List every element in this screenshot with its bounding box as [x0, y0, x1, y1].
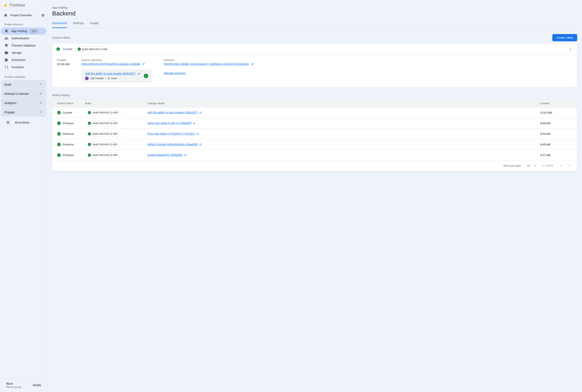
- row-created: 9:58 AM: [540, 122, 572, 125]
- col-build: Build: [85, 102, 147, 105]
- build-pill[interactable]: build-2024-05-11-000: [85, 152, 120, 158]
- sidebar-item-authentication[interactable]: Authentication: [1, 35, 46, 42]
- rocket-icon: [4, 29, 9, 33]
- breadcrumb: App Hosting: [52, 6, 577, 9]
- status-check-icon: [57, 153, 61, 157]
- change-link[interactable]: Install AngularFire (f04a06b): [147, 153, 183, 156]
- external-link-icon: [199, 143, 202, 146]
- external-link-icon: [251, 63, 254, 66]
- external-link-icon: [137, 72, 140, 75]
- status-check-icon: [88, 132, 91, 136]
- plan-sub: Pay as you go: [6, 386, 21, 388]
- next-page-button[interactable]: [567, 163, 572, 168]
- status-check-icon: [57, 132, 61, 136]
- table-row[interactable]: Previousbuild-2024-05-11-002Post new cha…: [52, 128, 577, 139]
- chevron-down-icon: [39, 110, 43, 114]
- row-created: 9:49 AM: [540, 143, 572, 146]
- chevron-down-icon: [39, 101, 43, 105]
- status-check-icon: [88, 122, 91, 125]
- col-created: Created: [540, 102, 572, 105]
- manage-domains-link[interactable]: Manage domains: [164, 72, 185, 75]
- chevron-down-icon: [39, 82, 43, 86]
- history-table: Rollout Status Build Change details Crea…: [52, 99, 577, 171]
- project-overview-button[interactable]: Project Overview: [0, 10, 38, 20]
- branch-icon: [108, 77, 110, 80]
- change-link[interactable]: Adding Google Authentication (dcaab0b): [147, 143, 198, 146]
- commit-link[interactable]: Add the ability to post images (6341067): [85, 72, 135, 75]
- table-row[interactable]: Previousbuild-2024-05-11-000Install Angu…: [52, 150, 577, 160]
- project-settings-button[interactable]: [38, 10, 47, 20]
- author-avatar: J: [85, 76, 89, 80]
- change-link[interactable]: Add the ability to post images (6341067): [147, 111, 198, 114]
- build-pill[interactable]: build-2024-05-11-003: [85, 120, 120, 126]
- svg-point-0: [570, 48, 571, 48]
- category-build[interactable]: Build: [1, 80, 46, 89]
- sidebar-item-storage[interactable]: Storage: [1, 49, 46, 56]
- brand[interactable]: Firebase: [0, 0, 47, 10]
- col-change: Change details: [147, 102, 540, 105]
- category-engage[interactable]: Engage: [1, 108, 46, 116]
- row-status: Current: [63, 111, 72, 114]
- nav-label: Storage: [12, 51, 22, 54]
- brackets-icon: [4, 65, 9, 69]
- status-check-icon: [57, 122, 61, 125]
- row-status: Previous: [63, 122, 74, 125]
- build-pill[interactable]: build-2024-05-11-004: [75, 46, 110, 52]
- create-rollout-button[interactable]: Create rollout: [552, 34, 577, 41]
- commit-author: Jeff Huleatt: [90, 77, 104, 80]
- build-id: build-2024-05-11-003: [93, 122, 118, 125]
- apps-icon: [6, 120, 10, 124]
- col-status: Rollout Status: [57, 102, 85, 105]
- all-products-button[interactable]: All products: [0, 117, 47, 128]
- table-pager: Items per page: 10 1 – 5 of 5: [52, 160, 577, 171]
- table-row[interactable]: Previousbuild-2024-05-11-001Adding Googl…: [52, 139, 577, 150]
- modify-plan-button[interactable]: Modify: [33, 384, 41, 387]
- sidebar-item-functions[interactable]: Functions: [1, 64, 46, 71]
- sidebar-item-extensions[interactable]: Extensions: [1, 56, 46, 64]
- shortcuts-label: Project shortcuts: [0, 20, 47, 28]
- table-row[interactable]: Previousbuild-2024-05-11-003show new cha…: [52, 118, 577, 128]
- rollout-status: Current: [63, 48, 72, 51]
- row-created: 10:43 AM: [540, 111, 572, 114]
- plan-row: Blaze Pay as you go Modify: [2, 378, 46, 392]
- nav-list: App Hosting NEW Authentication Firestore…: [0, 28, 47, 73]
- build-id: build-2024-05-11-001: [93, 143, 118, 146]
- table-row[interactable]: Currentbuild-2024-05-11-004Add the abili…: [52, 107, 577, 118]
- chevron-down-icon: [39, 92, 43, 96]
- current-rollout-card: Current build-2024-05-11-004 Created 10:…: [52, 43, 577, 88]
- page-size-select[interactable]: 10: [527, 164, 536, 168]
- row-created: 9:50 AM: [540, 132, 572, 136]
- external-link-icon: [184, 154, 187, 157]
- domain-link[interactable]: friendlychat-codelab--test-angular17-cod…: [164, 62, 249, 66]
- category-analytics[interactable]: Analytics: [1, 98, 46, 107]
- status-check-icon: [144, 74, 148, 78]
- row-status: Previous: [63, 143, 74, 146]
- nav-label: Functions: [12, 66, 24, 69]
- status-check-icon: [56, 47, 60, 51]
- change-link[interactable]: Post new chats to Firestore (7107a31): [147, 132, 195, 135]
- repo-link[interactable]: https://github.com/jhuleatt/tmp-angular-…: [82, 62, 140, 66]
- main-content: App Hosting Backend Dashboard Settings U…: [47, 0, 582, 392]
- categories-label: Product categories: [0, 73, 47, 80]
- tabs: Dashboard Settings Usage: [52, 21, 577, 28]
- sidebar-item-app-hosting[interactable]: App Hosting NEW: [1, 28, 46, 35]
- overflow-menu-button[interactable]: [568, 47, 573, 52]
- folder-icon: [4, 51, 9, 55]
- category-release-monitor[interactable]: Release & Monitor: [1, 89, 46, 98]
- sidebar-item-firestore[interactable]: Firestore Database: [1, 42, 46, 49]
- status-check-icon: [57, 111, 61, 114]
- commit-box: Add the ability to post images (6341067)…: [82, 69, 152, 83]
- tab-usage[interactable]: Usage: [90, 21, 99, 28]
- firebase-logo-icon: [4, 3, 8, 7]
- change-link[interactable]: show new chats in the UI (198a89f): [147, 122, 191, 125]
- build-pill[interactable]: build-2024-05-11-004: [85, 110, 120, 116]
- build-pill[interactable]: build-2024-05-11-002: [85, 131, 120, 137]
- external-link-icon: [142, 63, 145, 66]
- nav-label: App Hosting: [12, 30, 27, 33]
- build-pill[interactable]: build-2024-05-11-001: [85, 142, 120, 147]
- prev-page-button[interactable]: [558, 163, 563, 168]
- dropdown-icon: [533, 164, 536, 168]
- build-id: build-2024-05-11-002: [93, 132, 118, 135]
- tab-dashboard[interactable]: Dashboard: [52, 21, 67, 28]
- tab-settings[interactable]: Settings: [73, 21, 84, 28]
